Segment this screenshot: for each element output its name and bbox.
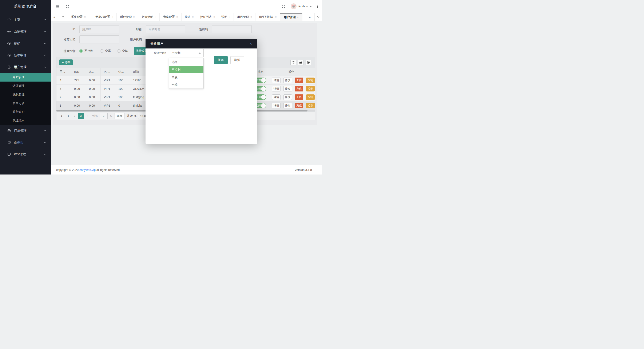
toggle-knob <box>261 78 266 83</box>
tab-binary-options-config[interactable]: 二元期权配置× <box>89 13 117 21</box>
tabs-menu-button[interactable] <box>314 13 322 21</box>
tabs-scroll-right[interactable]: » <box>305 13 314 21</box>
close-icon[interactable]: × <box>84 16 86 19</box>
tab-home[interactable] <box>58 13 68 21</box>
sidebar-subitem-user-management[interactable]: 用户管理 <box>0 73 51 82</box>
sidebar-subitem-auth-management[interactable]: 认证管理 <box>0 82 51 90</box>
close-icon[interactable]: × <box>176 16 178 19</box>
sidebar-subitem-fund-records[interactable]: 资金记录 <box>0 99 51 108</box>
sidebar-item-system[interactable]: 系统管理 <box>0 26 51 38</box>
filter-referrer-input[interactable] <box>80 36 119 44</box>
detail-button[interactable]: 详情 <box>272 94 280 100</box>
close-icon[interactable]: × <box>248 39 254 49</box>
close-icon[interactable]: × <box>213 16 215 19</box>
page-3-active[interactable]: 3 <box>78 113 84 119</box>
page-1[interactable]: 1 <box>68 113 69 119</box>
tab-recharge-activity[interactable]: 充值活动× <box>138 13 160 21</box>
sidebar-item-virtual-coin[interactable]: 虚拟币 <box>0 137 51 148</box>
more-menu-icon[interactable] <box>315 4 320 9</box>
radio-icon <box>117 49 120 53</box>
edit-button[interactable]: 修改 <box>284 94 292 100</box>
add-user-button[interactable]: ＋ 添加 <box>60 60 73 65</box>
control-button[interactable]: 控制 <box>306 78 315 83</box>
page-2[interactable]: 2 <box>74 113 75 119</box>
sidebar-subitem-wallet-management[interactable]: 钱包管理 <box>0 90 51 99</box>
detail-button[interactable]: 详情 <box>272 103 280 108</box>
fullscreen-icon[interactable] <box>282 5 285 8</box>
dropdown-option-all-lose[interactable]: 全输 <box>169 81 204 89</box>
recharge-button[interactable]: 充值 <box>295 103 303 108</box>
dropdown-option-all-win[interactable]: 全赢 <box>169 73 204 81</box>
tab-popup-config[interactable]: 弹窗配置× <box>160 13 182 21</box>
col-user-id[interactable]: 用... <box>56 68 71 76</box>
edit-button[interactable]: 修改 <box>284 103 292 108</box>
tab-project-management[interactable]: 项目管理× <box>234 13 256 21</box>
cell-frozen: 0.00 <box>86 93 101 101</box>
col-idr[interactable]: IDR <box>71 68 86 76</box>
next-page-icon[interactable]: › <box>88 113 89 119</box>
prev-page-icon[interactable]: ‹ <box>61 113 62 119</box>
dropdown-option-placeholder[interactable]: 选择 <box>169 58 204 66</box>
sidebar-item-home[interactable]: 主页 <box>0 14 51 26</box>
control-select[interactable]: 不控制 <box>169 49 204 57</box>
recharge-button[interactable]: 充值 <box>295 94 303 100</box>
close-icon[interactable]: × <box>192 16 194 19</box>
columns-filter-icon[interactable] <box>290 60 296 65</box>
sidebar-item-p2p[interactable]: P2P管理 <box>0 148 51 160</box>
save-button[interactable]: 保存 <box>214 56 228 64</box>
close-icon[interactable]: × <box>229 16 230 19</box>
cell-frozen: 0.00 <box>86 76 101 84</box>
cell-user-id: 3 <box>56 85 71 93</box>
sidebar-item-orders[interactable]: 订单管理 <box>0 125 51 137</box>
close-icon[interactable]: × <box>297 16 298 19</box>
tab-user-management[interactable]: 用户管理× <box>280 13 302 21</box>
sidebar-item-new-coin[interactable]: 新币申请 <box>0 49 51 61</box>
radio-all-lose[interactable]: 全输 <box>117 47 128 55</box>
control-button[interactable]: 控制 <box>306 103 315 108</box>
cell-level: VIP1 <box>101 85 115 93</box>
tab-instructions[interactable]: 说明× <box>218 13 234 21</box>
close-icon[interactable]: × <box>154 16 156 19</box>
tab-purchase-list[interactable]: 购买列列表× <box>256 13 280 21</box>
close-icon[interactable]: × <box>133 16 134 19</box>
dropdown-option-no-control[interactable]: 不控制 <box>169 66 204 73</box>
tab-system-config[interactable]: 系统配置× <box>68 13 89 21</box>
control-button[interactable]: 控制 <box>306 86 315 92</box>
sidebar-subitem-agent-flow[interactable]: 代理流水 <box>0 116 51 125</box>
recharge-button[interactable]: 充值 <box>295 78 303 83</box>
col-frozen[interactable]: 冻... <box>86 68 101 76</box>
cancel-button[interactable]: 取消 <box>230 56 244 64</box>
col-p2p-level[interactable]: P2... <box>101 68 115 76</box>
username[interactable]: timibbs <box>298 0 308 13</box>
detail-button[interactable]: 详情 <box>272 78 280 83</box>
sidebar-item-mining[interactable]: 挖矿 <box>0 38 51 49</box>
avatar[interactable]: 🐭 <box>290 3 296 9</box>
print-icon[interactable] <box>306 60 311 65</box>
tab-coin-management[interactable]: 币种管理× <box>117 13 138 21</box>
control-button[interactable]: 控制 <box>306 94 315 100</box>
sidebar-subitem-bank-accounts[interactable]: 银行账户 <box>0 108 51 116</box>
edit-button[interactable]: 修改 <box>284 86 292 92</box>
close-icon[interactable]: × <box>112 16 113 19</box>
recharge-button[interactable]: 充值 <box>295 86 303 92</box>
export-icon[interactable] <box>298 60 304 65</box>
filter-invite-code-input[interactable] <box>212 25 252 33</box>
collapse-sidebar-icon[interactable] <box>56 5 60 9</box>
filter-email-input[interactable] <box>146 25 185 33</box>
tab-mining[interactable]: 挖矿× <box>182 13 197 21</box>
tabs-scroll-left[interactable]: « <box>51 13 58 21</box>
sidebar-item-user-management[interactable]: 用户管理 <box>0 61 51 73</box>
detail-button[interactable]: 详情 <box>272 86 280 92</box>
radio-all-win[interactable]: 全赢 <box>100 47 111 55</box>
footer-link[interactable]: easyweb.vip <box>80 168 96 172</box>
refresh-icon[interactable] <box>66 5 70 9</box>
goto-page-input[interactable] <box>100 113 108 119</box>
radio-no-control[interactable]: 不控制 <box>80 47 93 55</box>
tab-mining-list[interactable]: 挖矿列表× <box>197 13 218 21</box>
close-icon[interactable]: × <box>250 16 252 19</box>
filter-id-input[interactable] <box>80 25 119 33</box>
goto-confirm-button[interactable]: 确定 <box>114 113 124 119</box>
col-credit[interactable]: 信... <box>115 68 130 76</box>
edit-button[interactable]: 修改 <box>284 78 292 83</box>
close-icon[interactable]: × <box>275 16 276 19</box>
